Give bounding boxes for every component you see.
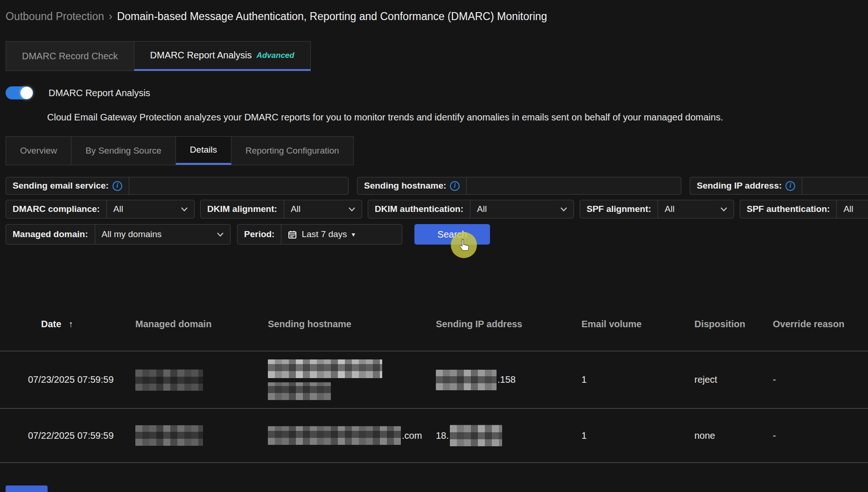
tab-label: Reporting Configuration: [245, 146, 339, 156]
filter-label: DKIM alignment:: [201, 200, 284, 218]
cell-sending-ip: .158: [436, 370, 581, 390]
filter-label-text: Managed domain:: [13, 229, 88, 239]
filter-label: DKIM authentication:: [368, 200, 470, 218]
breadcrumb-separator-icon: ›: [109, 10, 112, 22]
select-value: All my domains: [102, 229, 162, 239]
chevron-down-icon: [721, 207, 727, 211]
cell-date: 07/22/2025 07:59:59: [28, 430, 135, 441]
filter-row-selects: DMARC compliance: All DKIM alignment: Al…: [6, 200, 868, 218]
cell-managed-domain: [135, 425, 268, 446]
dmarc-compliance-select[interactable]: All: [107, 200, 194, 218]
tab-dmarc-report-analysis[interactable]: DMARC Report Analysis Advanced: [134, 41, 311, 71]
chevron-down-icon: [181, 207, 188, 211]
info-icon[interactable]: i: [112, 181, 122, 191]
ip-visible-suffix: .158: [497, 374, 516, 385]
calendar-icon: [288, 230, 297, 239]
redacted-ip: [436, 370, 497, 390]
table-row[interactable]: 07/22/2025 07:59:59 .com 18. 1 none -: [0, 409, 868, 463]
filter-label: SPF alignment:: [580, 200, 658, 218]
dkim-alignment-select[interactable]: All: [284, 200, 362, 218]
column-header-email-volume[interactable]: Email volume: [581, 319, 694, 330]
cell-email-volume: 1: [581, 430, 694, 441]
cell-disposition: reject: [694, 374, 773, 385]
filter-label: Sending hostname: i: [357, 177, 466, 194]
filter-spf-alignment: SPF alignment: All: [580, 200, 734, 218]
column-header-override-reason[interactable]: Override reason: [773, 319, 868, 330]
filter-managed-domain: Managed domain: All my domains: [6, 224, 231, 245]
filter-label-text: DKIM alignment:: [207, 204, 277, 214]
feature-description: Cloud Email Gateway Protection analyzes …: [47, 112, 723, 123]
column-header-disposition[interactable]: Disposition: [694, 319, 773, 330]
cell-sending-hostname: .com: [268, 426, 436, 445]
cell-override-reason: -: [773, 374, 868, 385]
filter-spf-authentication: SPF authentication: All: [740, 200, 868, 218]
table-header: Date ↑ Managed domain Sending hostname S…: [0, 298, 868, 351]
filter-label-text: Sending IP address:: [697, 181, 782, 191]
tab-dmarc-record-check[interactable]: DMARC Record Check: [6, 41, 134, 71]
redacted-managed-domain: [135, 425, 203, 446]
filter-dkim-alignment: DKIM alignment: All: [200, 200, 362, 218]
dkim-authentication-select[interactable]: All: [470, 200, 574, 218]
tab-overview[interactable]: Overview: [6, 137, 71, 165]
filter-label-text: SPF authentication:: [747, 204, 830, 214]
chevron-down-icon: [217, 232, 224, 237]
chevron-down-icon: [349, 207, 355, 211]
tab-reporting-configuration[interactable]: Reporting Configuration: [231, 137, 353, 165]
dmarc-details-table: Date ↑ Managed domain Sending hostname S…: [0, 298, 868, 463]
table-row[interactable]: 07/23/2025 07:59:59 .158 1 reject -: [0, 351, 868, 409]
select-value: All: [291, 204, 301, 214]
tab-details[interactable]: Details: [176, 137, 231, 165]
filter-label: DMARC compliance:: [6, 200, 106, 218]
select-value: All: [665, 204, 674, 214]
tab-by-sending-source[interactable]: By Sending Source: [71, 137, 176, 165]
filter-sending-ip-address: Sending IP address: i: [690, 177, 868, 195]
filter-label: Sending IP address: i: [690, 177, 802, 194]
toggle-label: DMARC Report Analysis: [49, 88, 150, 98]
filter-label-text: DKIM authentication:: [375, 204, 463, 214]
select-value: All: [843, 204, 853, 214]
search-button[interactable]: Search: [414, 224, 490, 245]
info-icon[interactable]: i: [785, 181, 795, 191]
filter-row-domain-period: Managed domain: All my domains Period: L…: [6, 224, 868, 245]
dmarc-report-analysis-toggle[interactable]: [6, 86, 33, 99]
period-picker[interactable]: Last 7 days ▾: [281, 225, 402, 244]
cell-date: 07/23/2025 07:59:59: [28, 374, 135, 385]
cell-sending-ip: 18.: [436, 425, 581, 446]
cell-sending-hostname: [268, 359, 436, 400]
spf-alignment-select[interactable]: All: [658, 200, 734, 218]
info-icon[interactable]: i: [450, 181, 460, 191]
column-header-date[interactable]: Date ↑: [28, 319, 135, 330]
filter-label-text: Sending email service:: [13, 181, 109, 191]
page-title: Domain-based Message Authentication, Rep…: [117, 10, 547, 22]
breadcrumb: Outbound Protection›Domain-based Message…: [6, 10, 547, 23]
managed-domain-select[interactable]: All my domains: [95, 225, 230, 244]
breadcrumb-section[interactable]: Outbound Protection: [6, 10, 104, 22]
filter-label-text: Sending hostname:: [364, 181, 446, 191]
filter-dmarc-compliance: DMARC compliance: All: [6, 200, 195, 218]
spf-authentication-select[interactable]: All: [837, 200, 868, 218]
filter-label: Period:: [238, 225, 281, 244]
column-header-sending-hostname[interactable]: Sending hostname: [268, 319, 436, 330]
select-value: All: [113, 204, 123, 214]
redacted-ip: [450, 425, 502, 446]
column-header-sending-ip[interactable]: Sending IP address: [436, 319, 581, 330]
filter-label: Managed domain:: [6, 225, 95, 244]
filter-sending-hostname: Sending hostname: i: [357, 177, 681, 195]
sending-ip-address-input[interactable]: [802, 177, 868, 194]
cell-managed-domain: [135, 369, 268, 391]
sending-hostname-input[interactable]: [467, 177, 681, 194]
filter-sending-email-service: Sending email service: i: [6, 177, 349, 195]
filter-label: Sending email service: i: [6, 177, 129, 194]
column-label: Date: [41, 319, 61, 330]
tab-label: DMARC Record Check: [22, 51, 118, 62]
cell-override-reason: -: [773, 430, 868, 441]
filter-period: Period: Last 7 days ▾: [237, 224, 402, 245]
redacted-hostname-line2: [268, 382, 331, 400]
column-header-managed-domain[interactable]: Managed domain: [135, 319, 268, 330]
redacted-managed-domain: [135, 369, 203, 391]
sending-email-service-input[interactable]: [129, 177, 348, 194]
cell-email-volume: 1: [581, 374, 694, 385]
sub-tabs: Overview By Sending Source Details Repor…: [6, 136, 354, 165]
partial-button-bottom[interactable]: [6, 485, 48, 492]
tab-label: Details: [190, 145, 217, 155]
